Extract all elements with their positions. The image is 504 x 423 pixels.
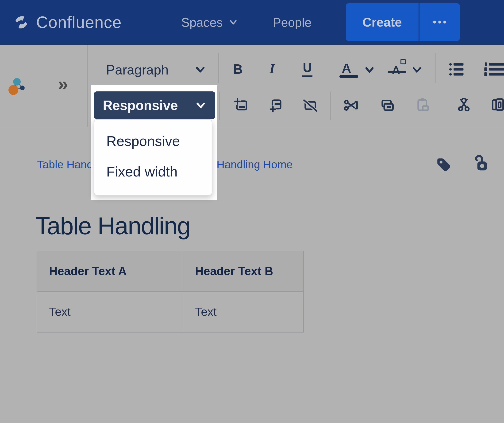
create-more-actions-button[interactable]: ••• [420,3,460,41]
confluence-editor-screen: Confluence Spaces People Create ••• [0,0,504,423]
table-header-row: Header Text A Header Text B [37,251,304,291]
create-button-group: Create ••• [346,3,460,41]
toolbar-divider [330,92,331,120]
sidebar-divider [87,45,88,127]
numbered-list-icon[interactable] [484,61,504,77]
confluence-logo-icon [14,15,29,30]
add-column-icon[interactable] [234,98,248,113]
text-color-bar [339,75,358,78]
toolbar-bottom-divider [0,127,504,127]
delete-table-icon[interactable] [303,98,317,113]
menu-item-responsive[interactable]: Responsive [106,133,180,149]
text-color-icon[interactable]: A [342,61,351,76]
paste-icon[interactable] [415,97,430,112]
add-row-icon[interactable] [269,98,284,113]
menu-item-fixed-width[interactable]: Fixed width [106,164,177,180]
chevron-down-icon [196,100,206,111]
copy-icon[interactable] [491,97,504,112]
nav-spaces-menu[interactable]: Spaces [181,0,238,45]
chevron-down-icon[interactable] [195,64,206,75]
nav-people-link[interactable]: People [273,0,312,45]
table-cell-b[interactable]: Text [183,291,304,332]
table-layout-label: Responsive [103,98,178,113]
paragraph-style-dropdown[interactable]: Paragraph [106,62,168,78]
page-title: Table Handling [35,212,190,240]
create-button[interactable]: Create [346,3,419,41]
more-formatting-strike [388,71,406,73]
toolbar-divider [219,92,220,120]
toolbar-divider [218,53,219,83]
more-formatting-superscript-box [401,59,406,64]
ellipsis-icon: ••• [431,16,448,28]
table-header-cell-a[interactable]: Header Text A [37,251,183,291]
chevron-down-icon [229,18,238,27]
nav-people-label: People [273,15,312,30]
unlock-icon[interactable] [470,154,488,172]
copy-row-icon[interactable] [379,98,394,113]
cut-icon[interactable] [457,97,472,112]
underline-icon[interactable]: U [302,60,312,77]
table-layout-dropdown-button[interactable]: Responsive [94,92,215,119]
space-avatar-icon[interactable] [8,77,27,95]
tag-icon[interactable] [436,157,451,172]
table-cell-a[interactable]: Text [37,291,183,332]
double-chevron-right-icon[interactable]: » [58,75,68,93]
toolbar-divider [435,53,436,83]
bold-icon[interactable]: B [233,61,243,77]
toolbar-divider [443,92,443,120]
table-layout-dropdown-menu [94,119,212,196]
bullet-list-icon[interactable] [449,61,464,77]
nav-spaces-label: Spaces [181,15,223,30]
table-header-cell-b[interactable]: Header Text B [183,251,304,291]
top-navbar: Confluence Spaces People Create ••• [0,0,504,45]
confluence-wordmark: Confluence [36,13,122,32]
content-table: Header Text A Header Text B Text Text [37,251,304,332]
chevron-down-icon[interactable] [412,65,422,75]
confluence-home-link[interactable]: Confluence [14,0,122,45]
more-formatting-icon[interactable]: A [392,63,400,76]
table-row: Text Text [37,291,304,332]
cut-row-icon[interactable] [344,98,358,113]
chevron-down-icon[interactable] [364,65,375,75]
italic-icon[interactable]: I [270,61,275,76]
